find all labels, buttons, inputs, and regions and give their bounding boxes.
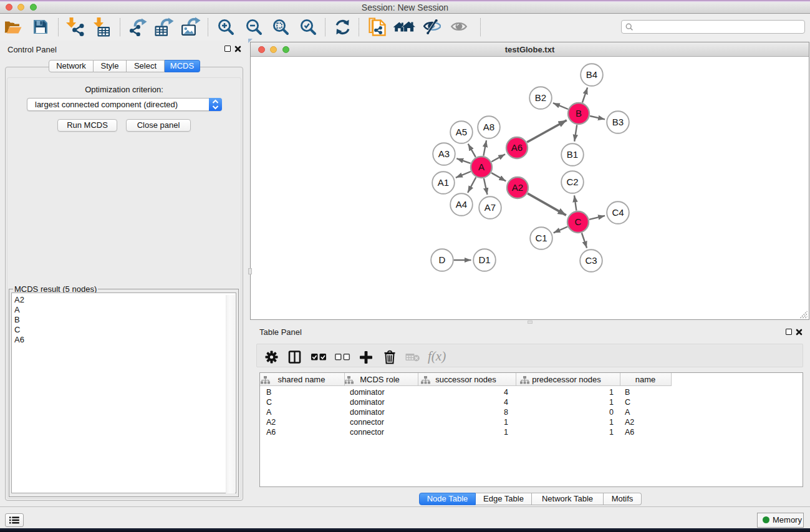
svg-text:A6: A6: [511, 142, 523, 153]
svg-text:D: D: [439, 254, 446, 265]
svg-text:A: A: [478, 162, 485, 172]
svg-text:C4: C4: [612, 207, 624, 218]
svg-text:A1: A1: [438, 177, 449, 188]
svg-text:C: C: [575, 216, 582, 227]
svg-text:B1: B1: [567, 149, 578, 160]
svg-text:A8: A8: [483, 122, 494, 132]
svg-text:B: B: [576, 108, 582, 118]
svg-text:D1: D1: [478, 254, 490, 265]
svg-text:B2: B2: [535, 92, 546, 103]
svg-text:C3: C3: [585, 255, 597, 266]
svg-text:A2: A2: [512, 182, 523, 193]
svg-text:C1: C1: [535, 233, 547, 243]
svg-text:A4: A4: [456, 199, 467, 210]
svg-text:B4: B4: [586, 69, 597, 80]
svg-text:A3: A3: [438, 148, 450, 159]
svg-text:A7: A7: [485, 202, 496, 213]
svg-text:B3: B3: [612, 117, 624, 127]
svg-text:C2: C2: [566, 177, 578, 187]
svg-text:A5: A5: [456, 127, 467, 137]
